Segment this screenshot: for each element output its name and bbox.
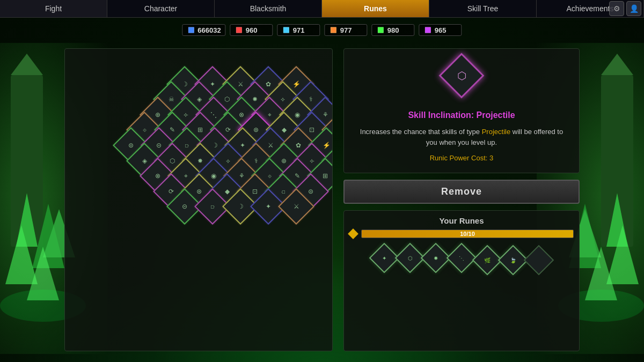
rune-icon-52: ◆ [225,188,230,195]
equipped-rune-1-icon: ✦ [382,255,386,261]
skill-cost-value: 3 [489,154,493,162]
rune-icon-22: ⊛ [253,126,259,134]
rune-capacity-bar: 10/10 [349,230,574,238]
rune-icon-60: ⚔ [294,203,299,210]
rune-icon-18: ⟐ [143,126,147,134]
resource-cyan-value: 971 [293,26,305,34]
resource-blue-value: 666032 [197,26,221,34]
rune-icon-45: ◉ [211,172,216,180]
tab-runes[interactable]: Runes [322,0,429,17]
resource-blue: 666032 [182,24,225,36]
resource-bar: 666032 960 971 977 980 965 [182,24,462,36]
rune-icon-4: ⚡ [292,80,301,88]
your-runes-panel: Your Runes 10/10 ✦ ⬡ ✸ [343,210,580,351]
rune-icon-10: ⚕ [309,95,313,103]
rune-icon-3: ✿ [266,80,271,88]
skill-description: Increases the chance that skills of type… [355,127,568,147]
skill-desc-highlight: Projectile [482,128,510,136]
rune-icon-17: ⚘ [323,111,328,119]
svg-marker-18 [281,25,292,35]
profile-icon[interactable]: 👤 [626,1,641,16]
svg-marker-1 [11,54,43,75]
main-content: ☽✦⚔✿⚡☠◈⬡✸⟡⚕⊕⟣⋱⊗⌖◉⚘⟐✎⊞⟳⊛◆⊡⟤⊜⊝⟥☽✦⚔✿⚡☠◈⬡✸⟡⚕… [64,48,580,351]
resource-red: 960 [230,24,273,36]
tab-character[interactable]: Character [107,0,215,17]
skill-cost-label: Runic Power Cost: [430,154,488,162]
rune-icon-7: ⬡ [224,95,230,103]
svg-marker-9 [601,54,633,75]
capacity-text: 10/10 [460,231,475,237]
capacity-gem-icon [348,228,358,239]
equipped-rune-7[interactable] [524,245,554,276]
rune-icon-37: ✸ [197,157,203,165]
equipped-rune-4[interactable]: ⋱ [447,243,477,274]
rune-icon-29: ☽ [212,142,218,149]
rune-icon-49: ⊞ [323,172,328,180]
rune-icon-59: ✦ [266,203,271,210]
rune-grid-panel: ☽✦⚔✿⚡☠◈⬡✸⟡⚕⊕⟣⋱⊗⌖◉⚘⟐✎⊞⟳⊛◆⊡⟤⊜⊝⟥☽✦⚔✿⚡☠◈⬡✸⟡⚕… [64,48,333,351]
rune-icon-27: ⊝ [156,142,162,149]
rune-icon-26: ⊜ [128,142,134,149]
rune-icon-57: ⟥ [211,203,215,210]
rune-icon-14: ⊗ [239,111,244,119]
rune-icon-50: ⟳ [169,188,174,195]
rune-icon-46: ⚘ [239,172,245,180]
rune-icon-43: ⊗ [155,172,160,180]
rune-icon-31: ⚔ [268,142,274,149]
remove-button[interactable]: Remove [343,180,580,204]
top-navigation: Fight Character Blacksmith Runes Skill T… [0,0,644,18]
rune-icon-53: ⊡ [252,188,258,195]
skill-cost: Runic Power Cost: 3 [355,154,568,162]
svg-marker-19 [328,25,339,35]
your-runes-title: Your Runes [349,216,574,225]
rune-icon-8: ✸ [252,95,258,103]
rune-icon-30: ✦ [240,142,245,149]
resource-cyan: 971 [277,24,320,36]
rune-icon-28: ⟥ [185,142,189,149]
resource-orange-value: 977 [340,26,352,34]
rune-icon-15: ⌖ [268,111,272,119]
selected-rune-symbol: ⬡ [457,69,466,82]
rune-icon-9: ⟡ [281,95,285,103]
rune-icon-54: ⟤ [281,188,285,195]
rune-icon-12: ⟣ [184,111,188,119]
resource-purple: 965 [419,24,462,36]
svg-marker-17 [234,25,245,35]
rune-icon-44: ⌖ [184,172,188,180]
equipped-rune-5-icon: 🌿 [484,257,491,263]
rune-icon-13: ⋱ [210,111,217,119]
skill-desc-pre: Increases the chance that skills of type [360,128,480,136]
rune-icon-0: ☽ [182,80,188,88]
resource-green: 980 [372,24,415,36]
rune-icon-20: ⊞ [197,126,203,134]
rune-icon-23: ◆ [282,126,287,134]
top-icons: ⚙ 👤 [609,1,641,16]
rune-icon-47: ⟐ [268,172,272,180]
resource-purple-value: 965 [435,26,447,34]
rune-icon-35: ◈ [142,157,147,165]
diamond-grid: ☽✦⚔✿⚡☠◈⬡✸⟡⚕⊕⟣⋱⊗⌖◉⚘⟐✎⊞⟳⊛◆⊡⟤⊜⊝⟥☽✦⚔✿⚡☠◈⬡✸⟡⚕… [75,66,322,334]
selected-rune-icon: ⬡ [439,53,485,99]
equipped-rune-6-icon: 🍃 [510,257,516,263]
rune-icon-40: ⊕ [281,157,287,165]
rune-icon-16: ◉ [295,111,300,119]
right-panel: ⬡ Skill Inclination: Projectile Increase… [343,48,580,351]
gear-icon[interactable]: ⚙ [609,1,624,16]
rune-icon-58: ☽ [238,203,244,210]
resource-orange: 977 [325,24,368,36]
rune-icon-36: ⬡ [170,157,175,165]
skill-info-panel: ⬡ Skill Inclination: Projectile Increase… [343,48,580,173]
resource-red-value: 960 [246,26,258,34]
tab-fight[interactable]: Fight [0,0,107,17]
rune-icon-5: ☠ [169,95,174,103]
rune-icon-1: ✦ [210,80,215,88]
equipped-rune-2-icon: ⬡ [408,255,413,261]
rune-icon-48: ✎ [295,172,300,180]
rune-icon-19: ✎ [170,126,175,134]
tab-blacksmith[interactable]: Blacksmith [215,0,322,17]
rune-icon-21: ⟳ [225,126,231,134]
tab-skill-tree[interactable]: Skill Tree [429,0,537,17]
capacity-bar-background: 10/10 [361,230,574,238]
rune-icon-41: ⟣ [310,157,314,165]
svg-marker-21 [423,25,434,35]
